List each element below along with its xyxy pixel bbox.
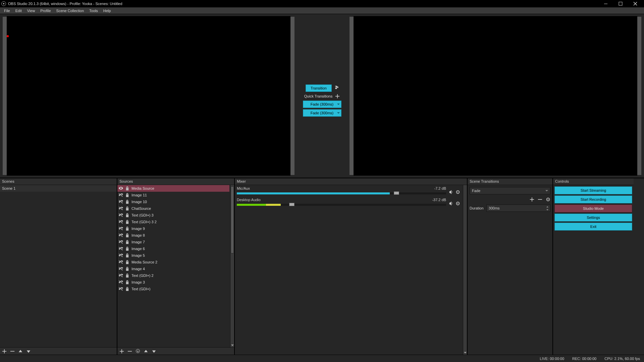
lock-icon[interactable]	[125, 280, 129, 285]
spinner-up-icon[interactable]	[545, 205, 549, 208]
visibility-toggle-icon[interactable]	[119, 240, 123, 245]
mixer-meter[interactable]	[237, 192, 446, 194]
minimize-button[interactable]	[598, 0, 613, 7]
visibility-toggle-icon[interactable]	[119, 220, 123, 225]
sources-move-down-icon[interactable]	[152, 349, 156, 354]
exit-button[interactable]: Exit	[554, 223, 632, 231]
scrollbar-thumb[interactable]	[231, 186, 234, 253]
lock-icon[interactable]	[125, 266, 129, 272]
quick-transition-button[interactable]: Fade (300ms)	[303, 109, 341, 117]
visibility-toggle-icon[interactable]	[119, 273, 123, 278]
volume-slider-thumb[interactable]	[289, 203, 294, 206]
transition-button[interactable]: Transition	[306, 84, 332, 92]
visibility-toggle-icon[interactable]	[119, 213, 123, 218]
mixer-scrollbar[interactable]	[463, 185, 467, 355]
lock-icon[interactable]	[125, 253, 129, 258]
source-row[interactable]: Image 3	[117, 279, 229, 286]
visibility-toggle-icon[interactable]	[119, 246, 123, 251]
lock-icon[interactable]	[125, 287, 129, 292]
lock-icon[interactable]	[125, 193, 129, 198]
lock-icon[interactable]	[125, 186, 129, 191]
source-row[interactable]: Image 6	[117, 245, 229, 252]
preview-canvas-left[interactable]	[3, 17, 294, 175]
visibility-toggle-icon[interactable]	[119, 280, 123, 285]
visibility-toggle-icon[interactable]	[119, 233, 123, 238]
menu-tools[interactable]: Tools	[87, 8, 101, 13]
settings-button[interactable]: Settings	[554, 214, 632, 222]
lock-icon[interactable]	[125, 206, 129, 211]
lock-icon[interactable]	[125, 240, 129, 245]
source-row[interactable]: Image 8	[117, 232, 229, 239]
volume-slider-thumb[interactable]	[394, 191, 399, 195]
lock-icon[interactable]	[125, 273, 129, 278]
visibility-toggle-icon[interactable]	[119, 287, 123, 292]
sources-scrollbar[interactable]	[230, 185, 234, 347]
scenes-add-icon[interactable]	[2, 349, 7, 354]
source-row[interactable]: Media Source 2	[117, 259, 229, 265]
mixer-meter[interactable]	[237, 204, 446, 206]
mute-toggle-icon[interactable]	[449, 190, 453, 194]
visibility-toggle-icon[interactable]	[119, 253, 123, 258]
scrollbar-thumb[interactable]	[464, 185, 467, 355]
menu-scene-collection[interactable]: Scene Collection	[54, 8, 87, 13]
transition-add-icon[interactable]	[530, 197, 534, 202]
transition-settings-gear-icon[interactable]	[334, 86, 338, 90]
visibility-toggle-icon[interactable]	[119, 199, 123, 204]
lock-icon[interactable]	[125, 220, 129, 225]
source-row[interactable]: Image 5	[117, 252, 229, 259]
visibility-toggle-icon[interactable]	[119, 206, 123, 211]
studio-mode-button[interactable]: Studio Mode	[554, 204, 632, 213]
lock-icon[interactable]	[125, 246, 129, 251]
visibility-toggle-icon[interactable]	[119, 193, 123, 198]
sources-add-icon[interactable]	[119, 349, 124, 354]
maximize-button[interactable]	[613, 0, 628, 7]
lock-icon[interactable]	[125, 260, 129, 265]
mixer-settings-icon[interactable]	[455, 190, 460, 194]
duration-spinner[interactable]: 300ms	[486, 204, 550, 212]
scenes-move-down-icon[interactable]	[26, 349, 31, 354]
source-row[interactable]: Image 11	[117, 192, 229, 198]
lock-icon[interactable]	[125, 233, 129, 238]
selection-handle-icon[interactable]	[7, 35, 9, 37]
start-recording-button[interactable]: Start Recording	[554, 195, 632, 203]
menu-profile[interactable]: Profile	[38, 8, 53, 13]
scene-item[interactable]: Scene 1	[0, 185, 117, 192]
sources-remove-icon[interactable]	[127, 349, 132, 354]
transition-settings-icon[interactable]	[546, 197, 550, 202]
source-row[interactable]: Image 9	[117, 225, 229, 232]
lock-icon[interactable]	[125, 226, 129, 231]
visibility-toggle-icon[interactable]	[119, 260, 123, 265]
scroll-down-icon[interactable]	[463, 351, 467, 355]
scenes-remove-icon[interactable]	[10, 349, 15, 354]
menu-file[interactable]: File	[1, 8, 13, 13]
sources-move-up-icon[interactable]	[144, 349, 148, 354]
lock-icon[interactable]	[125, 199, 129, 204]
sources-settings-icon[interactable]	[136, 349, 140, 354]
visibility-toggle-icon[interactable]	[119, 186, 123, 191]
source-row[interactable]: Text (GDI+) 3	[117, 212, 229, 219]
transition-select[interactable]: Fade	[470, 187, 550, 194]
program-canvas-right[interactable]	[350, 17, 641, 175]
start-streaming-button[interactable]: Start Streaming	[554, 186, 632, 194]
source-row[interactable]: Text (GDI+) 3 2	[117, 219, 229, 225]
scenes-move-up-icon[interactable]	[18, 349, 23, 354]
close-button[interactable]	[628, 0, 643, 7]
scroll-down-icon[interactable]	[230, 343, 234, 347]
spinner-down-icon[interactable]	[545, 208, 549, 211]
quick-transition-button[interactable]: Fade (300ms)	[303, 101, 341, 108]
mute-toggle-icon[interactable]	[449, 201, 453, 206]
menu-help[interactable]: Help	[101, 8, 114, 13]
source-row[interactable]: Media Source	[117, 185, 229, 192]
visibility-toggle-icon[interactable]	[119, 266, 123, 272]
lock-icon[interactable]	[125, 213, 129, 218]
source-row[interactable]: Text (GDI+)	[117, 286, 229, 292]
mixer-settings-icon[interactable]	[455, 201, 460, 206]
menu-edit[interactable]: Edit	[13, 8, 24, 13]
visibility-toggle-icon[interactable]	[119, 226, 123, 231]
quick-transitions-add-icon[interactable]	[335, 94, 340, 99]
source-row[interactable]: Image 7	[117, 239, 229, 245]
transition-remove-icon[interactable]	[538, 197, 542, 202]
menu-view[interactable]: View	[24, 8, 38, 13]
source-row[interactable]: Image 4	[117, 265, 229, 272]
source-row[interactable]: Text (GDI+) 2	[117, 272, 229, 279]
